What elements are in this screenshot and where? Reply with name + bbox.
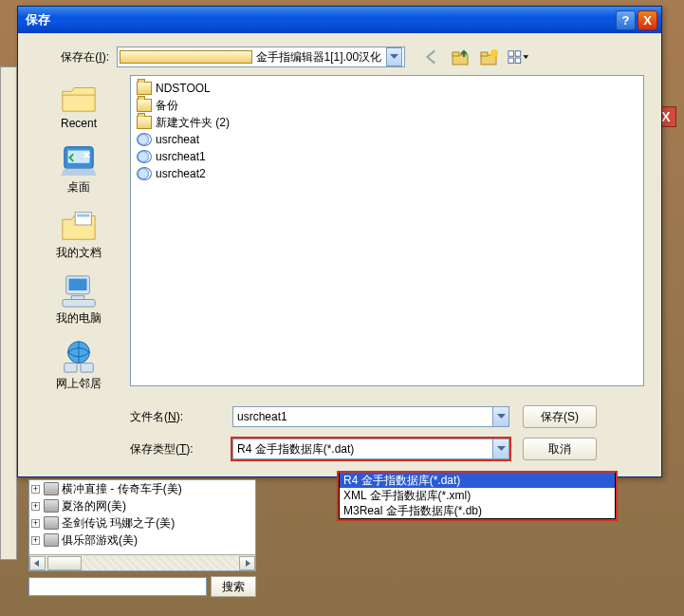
desktop-icon [59,141,99,177]
save-in-combo[interactable]: 金手指编辑器1[1].00汉化 [117,47,405,67]
sidebar-item-network[interactable]: 网上邻居 [56,334,102,396]
tree-item-label: 圣剑传说 玛娜之子(美) [62,515,175,532]
my-documents-icon [59,207,99,243]
save-type-value: R4 金手指数据库(*.dat) [233,441,492,457]
file-item-label: usrcheat [156,133,199,146]
save-type-option[interactable]: M3Real 金手指数据库(*.db) [340,503,615,518]
svg-rect-9 [515,58,520,63]
file-item-label: NDSTOOL [156,82,211,95]
my-computer-icon [59,272,99,308]
recent-icon [59,79,99,115]
filename-value: usrcheat1 [233,410,492,423]
dialog-title: 保存 [22,11,614,28]
save-type-label: 保存类型(T): [130,441,219,457]
horizontal-scrollbar[interactable] [29,554,255,570]
file-icon [137,133,152,146]
close-button[interactable]: X [638,10,657,30]
tree-row[interactable]: +俱乐部游戏(美) [29,532,255,549]
folder-icon [137,99,152,112]
cartridge-icon [44,516,59,530]
back-button[interactable] [422,47,443,67]
svg-marker-23 [497,446,506,451]
filename-input[interactable]: usrcheat1 [232,406,509,427]
expand-icon[interactable]: + [31,519,40,528]
svg-rect-4 [481,52,488,56]
svg-rect-7 [515,51,520,56]
folder-icon [137,116,152,129]
file-item-label: 新建文件夹 (2) [156,115,230,131]
new-folder-button[interactable] [479,47,500,67]
save-type-dropdown-list[interactable]: R4 金手指数据库(*.dat)XML 金手指数据库(*.xml)M3Real … [339,473,616,519]
file-list[interactable]: NDSTOOL备份新建文件夹 (2)usrcheatusrcheat1usrch… [130,75,644,386]
svg-rect-16 [69,279,87,290]
save-in-dropdown-button[interactable] [386,47,402,66]
sidebar-item-mycomputer[interactable]: 我的电脑 [56,269,102,330]
tree-row[interactable]: +圣剑传说 玛娜之子(美) [29,514,255,532]
search-button[interactable]: 搜索 [211,576,256,597]
save-type-combo[interactable]: R4 金手指数据库(*.dat) [232,439,509,459]
filename-dropdown-button[interactable] [492,407,508,426]
svg-rect-14 [77,215,89,217]
save-type-dropdown-button[interactable] [492,439,508,458]
sidebar-item-desktop[interactable]: 桌面 [59,138,99,199]
svg-marker-22 [497,414,506,419]
sidebar-item-mydocs[interactable]: 我的文档 [56,203,102,265]
svg-rect-18 [63,300,95,308]
sidebar-item-recent[interactable]: Recent [59,75,99,134]
file-item[interactable]: usrcheat2 [137,165,638,182]
file-item[interactable]: usrcheat [137,131,638,148]
save-button[interactable]: 保存(S) [523,405,597,428]
sidebar-item-label: 网上邻居 [56,376,102,392]
title-bar: 保存 ? X [18,7,661,33]
search-input[interactable] [28,577,207,596]
svg-rect-6 [508,51,513,56]
expand-icon[interactable]: + [31,536,40,545]
cancel-button[interactable]: 取消 [523,438,597,460]
tree-row[interactable]: +横冲直撞 - 传奇车手(美) [29,480,255,497]
cartridge-icon [44,482,59,495]
svg-marker-0 [390,54,398,59]
file-item-label: usrcheat1 [156,150,206,163]
background-tree[interactable]: +横冲直撞 - 传奇车手(美)+夏洛的网(美)+圣剑传说 玛娜之子(美)+俱乐部… [28,479,256,571]
scroll-thumb[interactable] [47,556,82,570]
file-icon [137,150,152,163]
up-one-level-button[interactable] [451,47,471,67]
file-item[interactable]: 新建文件夹 (2) [137,114,638,131]
save-type-option[interactable]: R4 金手指数据库(*.dat) [340,473,615,488]
help-button[interactable]: ? [616,10,636,30]
tree-item-label: 横冲直撞 - 传奇车手(美) [62,481,182,497]
svg-rect-8 [508,58,513,63]
save-dialog: 保存 ? X 保存在(I): 金手指编辑器1[1].00汉化 [17,6,662,477]
folder-icon [120,50,252,64]
file-item-label: 备份 [156,98,178,114]
svg-rect-17 [71,296,83,300]
tree-item-label: 俱乐部游戏(美) [62,532,138,549]
scroll-left-button[interactable] [29,556,46,570]
sidebar-item-label: 我的文档 [56,245,102,261]
svg-marker-10 [523,55,527,59]
tree-item-label: 夏洛的网(美) [62,498,126,514]
save-in-value: 金手指编辑器1[1].00汉化 [256,49,387,65]
network-icon [59,338,99,374]
expand-icon[interactable]: + [31,502,40,511]
tree-row[interactable]: +夏洛的网(美) [29,497,255,514]
save-in-label: 保存在(I): [35,49,117,65]
search-bar: 搜索 [28,575,256,598]
sidebar-item-label: 我的电脑 [56,310,102,327]
file-item[interactable]: usrcheat1 [137,148,638,165]
sidebar-item-label: 桌面 [67,179,90,196]
file-item[interactable]: 备份 [137,97,638,114]
file-item[interactable]: NDSTOOL [137,80,638,97]
save-type-option[interactable]: XML 金手指数据库(*.xml) [340,488,615,503]
view-menu-button[interactable] [508,47,528,67]
folder-icon [137,82,152,95]
expand-icon[interactable]: + [31,485,40,494]
svg-rect-21 [81,364,93,373]
cartridge-icon [44,499,59,513]
svg-marker-25 [246,560,250,567]
sidebar-item-label: Recent [61,117,97,130]
file-icon [137,167,152,180]
scroll-track[interactable] [46,556,239,570]
background-panel [0,66,17,560]
scroll-right-button[interactable] [239,556,255,570]
